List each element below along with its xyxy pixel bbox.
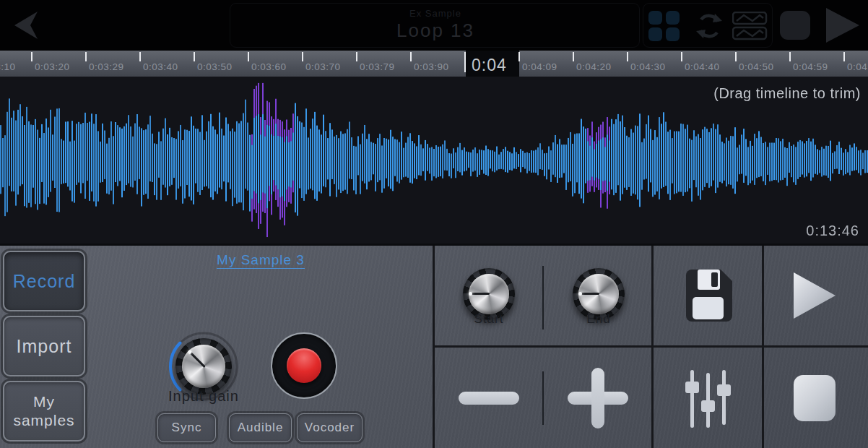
ruler-tick-label: 0:04:30 xyxy=(630,61,666,72)
pads-grid-icon[interactable] xyxy=(648,11,680,41)
ruler-tick-label: 0:04:40 xyxy=(685,61,720,72)
ruler-tick-label: 0:03:79 xyxy=(360,61,395,72)
ruler-tick: 0:03:79 xyxy=(356,52,357,61)
sync-toggle-button[interactable]: Sync xyxy=(157,413,216,442)
duration-readout: 0:13:46 xyxy=(806,223,859,239)
ruler-tick-label: 0:03:29 xyxy=(89,61,124,72)
plus-icon-vbar xyxy=(591,368,604,428)
import-tab-button[interactable]: Import xyxy=(3,316,85,376)
control-panel: Record Import My samples My Sample 3 Inp… xyxy=(0,244,868,448)
sample-subtitle: Ex Sample xyxy=(231,8,640,19)
start-knob-label: Start xyxy=(460,312,518,327)
ruler-tick: 0:04:40 xyxy=(681,52,682,61)
drag-hint-text: (Drag timeline to trim) xyxy=(713,85,861,102)
ruler-tick-label: 0:03:70 xyxy=(305,61,341,72)
audible-toggle-button[interactable]: Audible xyxy=(229,413,292,442)
ruler-tick: 0:04:50 xyxy=(735,52,737,61)
ruler-tick-label: 0:03:40 xyxy=(143,61,178,72)
ruler-tick-label: 0:04:09 xyxy=(522,61,557,72)
ruler-tick-label: 0:03:60 xyxy=(251,61,287,72)
loop-title: Loop 13 xyxy=(231,20,640,42)
mixer-button[interactable] xyxy=(682,366,734,432)
panel-divider-horizontal xyxy=(433,345,868,348)
ruler-tick-label: 0:03:90 xyxy=(414,61,449,72)
ruler-tick: 0:03:29 xyxy=(85,52,87,61)
loop-refresh-icon[interactable] xyxy=(693,11,725,41)
ruler-tick: 0:03:70 xyxy=(302,52,303,61)
ruler-tick-label: 0:03:10 xyxy=(0,61,16,72)
dual-waveform-icon[interactable] xyxy=(732,12,768,40)
playhead-time-label: 0:04 xyxy=(472,56,507,75)
waveform-panel: (Drag timeline to trim) 0:13:46 xyxy=(0,77,868,244)
ruler-tick: 0:04:70 xyxy=(843,52,845,61)
record-tab-button[interactable]: Record xyxy=(3,251,85,311)
ruler-tick-label: 0:03:50 xyxy=(197,61,233,72)
stop-button-top[interactable] xyxy=(780,11,810,40)
zoom-cell-divider xyxy=(542,371,544,425)
ruler-tick-label: 0:04:50 xyxy=(739,61,774,72)
ruler-tick: 0:03:90 xyxy=(410,52,412,61)
ruler-tick-label: 0:03:20 xyxy=(35,61,70,72)
record-button[interactable] xyxy=(271,332,337,399)
ruler-tick: 0:04:30 xyxy=(627,52,628,61)
sampler-app: Ex Sample Loop 13 0:03: xyxy=(0,0,868,448)
knob-cell-divider xyxy=(542,266,544,329)
play-button-top[interactable] xyxy=(826,8,859,43)
sample-name-link-wrap: My Sample 3 xyxy=(88,252,433,268)
my-samples-tab-button[interactable]: My samples xyxy=(3,381,85,441)
vocoder-toggle-button[interactable]: Vocoder xyxy=(297,413,363,442)
ruler-tick: 0:03:20 xyxy=(31,52,32,61)
ruler-tick: 0:04:09 xyxy=(518,52,520,61)
preview-stop-button[interactable] xyxy=(794,375,836,421)
ruler-tick: 0:04:59 xyxy=(789,52,791,61)
ruler-tick: 0:03:40 xyxy=(139,52,141,61)
zoom-out-button[interactable] xyxy=(459,392,519,405)
ruler-tick: 0:03:60 xyxy=(248,52,249,61)
preview-play-button[interactable] xyxy=(794,272,836,319)
input-gain-label: Input gain xyxy=(143,388,264,405)
ruler-tick-label: 0:04:70 xyxy=(847,61,868,72)
title-block: Ex Sample Loop 13 xyxy=(231,3,640,48)
sample-name-link[interactable]: My Sample 3 xyxy=(217,252,305,269)
playhead-section[interactable]: 0:04 xyxy=(466,51,519,77)
ruler-tick-label: 0:04:20 xyxy=(576,61,612,72)
ruler-tick-label: 0:04:59 xyxy=(793,61,828,72)
record-dot-icon xyxy=(287,348,321,383)
input-gain-knob[interactable] xyxy=(175,338,232,395)
back-arrow-icon[interactable] xyxy=(9,9,43,42)
save-button[interactable] xyxy=(682,268,734,323)
ruler-tick xyxy=(464,52,466,72)
end-knob-label: End xyxy=(570,312,628,327)
timeline-ruler[interactable]: 0:03:100:03:200:03:290:03:400:03:500:03:… xyxy=(0,51,868,77)
top-bar: Ex Sample Loop 13 xyxy=(0,0,868,51)
ruler-tick: 0:03:50 xyxy=(194,52,195,61)
ruler-tick: 0:04:20 xyxy=(573,52,574,61)
